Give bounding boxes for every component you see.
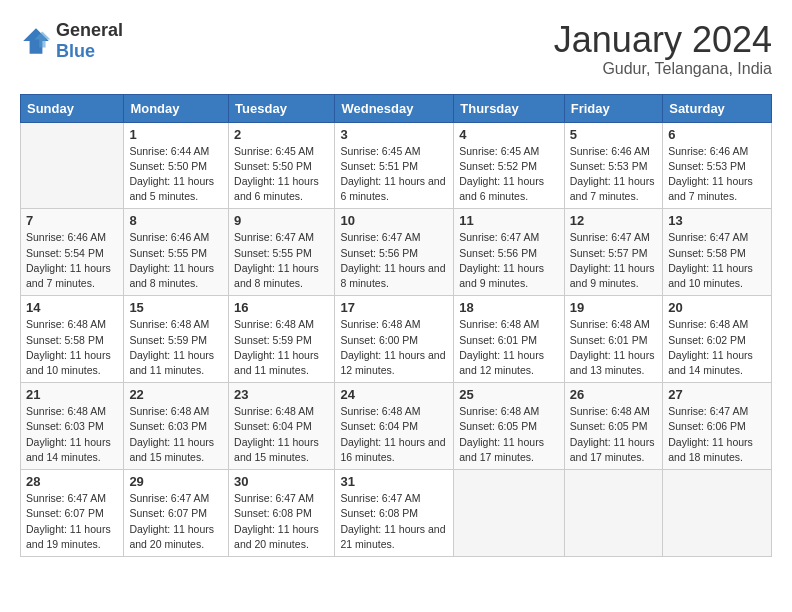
calendar-table: SundayMondayTuesdayWednesdayThursdayFrid…	[20, 94, 772, 557]
logo-blue: Blue	[56, 41, 95, 61]
calendar-cell: 7 Sunrise: 6:46 AMSunset: 5:54 PMDayligh…	[21, 209, 124, 296]
header-wednesday: Wednesday	[335, 94, 454, 122]
day-number: 22	[129, 387, 223, 402]
day-info: Sunrise: 6:46 AMSunset: 5:53 PMDaylight:…	[668, 145, 753, 203]
day-number: 11	[459, 213, 559, 228]
calendar-cell: 23 Sunrise: 6:48 AMSunset: 6:04 PMDaylig…	[229, 383, 335, 470]
header-saturday: Saturday	[663, 94, 772, 122]
day-number: 4	[459, 127, 559, 142]
day-number: 14	[26, 300, 118, 315]
calendar-cell: 11 Sunrise: 6:47 AMSunset: 5:56 PMDaylig…	[454, 209, 565, 296]
calendar-cell: 27 Sunrise: 6:47 AMSunset: 6:06 PMDaylig…	[663, 383, 772, 470]
week-row-0: 1 Sunrise: 6:44 AMSunset: 5:50 PMDayligh…	[21, 122, 772, 209]
day-info: Sunrise: 6:48 AMSunset: 6:05 PMDaylight:…	[570, 405, 655, 463]
calendar-title: January 2024	[554, 20, 772, 60]
calendar-cell: 25 Sunrise: 6:48 AMSunset: 6:05 PMDaylig…	[454, 383, 565, 470]
day-number: 24	[340, 387, 448, 402]
day-info: Sunrise: 6:48 AMSunset: 6:02 PMDaylight:…	[668, 318, 753, 376]
day-number: 29	[129, 474, 223, 489]
day-info: Sunrise: 6:47 AMSunset: 6:08 PMDaylight:…	[234, 492, 319, 550]
calendar-cell: 5 Sunrise: 6:46 AMSunset: 5:53 PMDayligh…	[564, 122, 662, 209]
calendar-cell: 26 Sunrise: 6:48 AMSunset: 6:05 PMDaylig…	[564, 383, 662, 470]
header-thursday: Thursday	[454, 94, 565, 122]
week-row-2: 14 Sunrise: 6:48 AMSunset: 5:58 PMDaylig…	[21, 296, 772, 383]
calendar-cell: 13 Sunrise: 6:47 AMSunset: 5:58 PMDaylig…	[663, 209, 772, 296]
day-info: Sunrise: 6:48 AMSunset: 6:01 PMDaylight:…	[570, 318, 655, 376]
calendar-cell	[21, 122, 124, 209]
calendar-cell: 21 Sunrise: 6:48 AMSunset: 6:03 PMDaylig…	[21, 383, 124, 470]
day-info: Sunrise: 6:45 AMSunset: 5:50 PMDaylight:…	[234, 145, 319, 203]
day-info: Sunrise: 6:47 AMSunset: 5:56 PMDaylight:…	[459, 231, 544, 289]
calendar-cell: 28 Sunrise: 6:47 AMSunset: 6:07 PMDaylig…	[21, 470, 124, 557]
day-info: Sunrise: 6:46 AMSunset: 5:53 PMDaylight:…	[570, 145, 655, 203]
day-number: 2	[234, 127, 329, 142]
calendar-cell: 29 Sunrise: 6:47 AMSunset: 6:07 PMDaylig…	[124, 470, 229, 557]
day-info: Sunrise: 6:46 AMSunset: 5:55 PMDaylight:…	[129, 231, 214, 289]
calendar-body: 1 Sunrise: 6:44 AMSunset: 5:50 PMDayligh…	[21, 122, 772, 556]
calendar-cell: 3 Sunrise: 6:45 AMSunset: 5:51 PMDayligh…	[335, 122, 454, 209]
day-number: 7	[26, 213, 118, 228]
calendar-cell: 16 Sunrise: 6:48 AMSunset: 5:59 PMDaylig…	[229, 296, 335, 383]
calendar-cell: 12 Sunrise: 6:47 AMSunset: 5:57 PMDaylig…	[564, 209, 662, 296]
day-info: Sunrise: 6:48 AMSunset: 5:59 PMDaylight:…	[234, 318, 319, 376]
logo-icon	[20, 25, 52, 57]
header-sunday: Sunday	[21, 94, 124, 122]
day-number: 13	[668, 213, 766, 228]
calendar-cell: 15 Sunrise: 6:48 AMSunset: 5:59 PMDaylig…	[124, 296, 229, 383]
calendar-subtitle: Gudur, Telangana, India	[554, 60, 772, 78]
calendar-cell: 4 Sunrise: 6:45 AMSunset: 5:52 PMDayligh…	[454, 122, 565, 209]
calendar-cell: 1 Sunrise: 6:44 AMSunset: 5:50 PMDayligh…	[124, 122, 229, 209]
calendar-cell	[454, 470, 565, 557]
day-info: Sunrise: 6:46 AMSunset: 5:54 PMDaylight:…	[26, 231, 111, 289]
page-header: General Blue January 2024 Gudur, Telanga…	[20, 20, 772, 78]
title-block: January 2024 Gudur, Telangana, India	[554, 20, 772, 78]
day-info: Sunrise: 6:48 AMSunset: 6:00 PMDaylight:…	[340, 318, 445, 376]
day-info: Sunrise: 6:48 AMSunset: 5:59 PMDaylight:…	[129, 318, 214, 376]
day-info: Sunrise: 6:45 AMSunset: 5:52 PMDaylight:…	[459, 145, 544, 203]
day-number: 27	[668, 387, 766, 402]
calendar-cell	[663, 470, 772, 557]
day-number: 26	[570, 387, 657, 402]
calendar-cell: 30 Sunrise: 6:47 AMSunset: 6:08 PMDaylig…	[229, 470, 335, 557]
day-number: 16	[234, 300, 329, 315]
calendar-cell: 14 Sunrise: 6:48 AMSunset: 5:58 PMDaylig…	[21, 296, 124, 383]
header-monday: Monday	[124, 94, 229, 122]
day-info: Sunrise: 6:48 AMSunset: 6:03 PMDaylight:…	[129, 405, 214, 463]
calendar-cell	[564, 470, 662, 557]
week-row-1: 7 Sunrise: 6:46 AMSunset: 5:54 PMDayligh…	[21, 209, 772, 296]
day-info: Sunrise: 6:48 AMSunset: 5:58 PMDaylight:…	[26, 318, 111, 376]
day-info: Sunrise: 6:47 AMSunset: 5:57 PMDaylight:…	[570, 231, 655, 289]
calendar-cell: 8 Sunrise: 6:46 AMSunset: 5:55 PMDayligh…	[124, 209, 229, 296]
calendar-cell: 10 Sunrise: 6:47 AMSunset: 5:56 PMDaylig…	[335, 209, 454, 296]
calendar-cell: 2 Sunrise: 6:45 AMSunset: 5:50 PMDayligh…	[229, 122, 335, 209]
calendar-cell: 31 Sunrise: 6:47 AMSunset: 6:08 PMDaylig…	[335, 470, 454, 557]
calendar-cell: 17 Sunrise: 6:48 AMSunset: 6:00 PMDaylig…	[335, 296, 454, 383]
calendar-cell: 20 Sunrise: 6:48 AMSunset: 6:02 PMDaylig…	[663, 296, 772, 383]
day-info: Sunrise: 6:48 AMSunset: 6:01 PMDaylight:…	[459, 318, 544, 376]
day-number: 15	[129, 300, 223, 315]
day-number: 8	[129, 213, 223, 228]
day-info: Sunrise: 6:47 AMSunset: 6:07 PMDaylight:…	[129, 492, 214, 550]
day-info: Sunrise: 6:48 AMSunset: 6:03 PMDaylight:…	[26, 405, 111, 463]
day-number: 18	[459, 300, 559, 315]
day-info: Sunrise: 6:48 AMSunset: 6:04 PMDaylight:…	[340, 405, 445, 463]
day-info: Sunrise: 6:48 AMSunset: 6:04 PMDaylight:…	[234, 405, 319, 463]
calendar-cell: 24 Sunrise: 6:48 AMSunset: 6:04 PMDaylig…	[335, 383, 454, 470]
day-info: Sunrise: 6:47 AMSunset: 5:58 PMDaylight:…	[668, 231, 753, 289]
day-info: Sunrise: 6:44 AMSunset: 5:50 PMDaylight:…	[129, 145, 214, 203]
day-info: Sunrise: 6:45 AMSunset: 5:51 PMDaylight:…	[340, 145, 445, 203]
day-info: Sunrise: 6:47 AMSunset: 5:56 PMDaylight:…	[340, 231, 445, 289]
day-number: 9	[234, 213, 329, 228]
day-info: Sunrise: 6:48 AMSunset: 6:05 PMDaylight:…	[459, 405, 544, 463]
day-number: 28	[26, 474, 118, 489]
day-number: 30	[234, 474, 329, 489]
header-friday: Friday	[564, 94, 662, 122]
day-number: 6	[668, 127, 766, 142]
header-tuesday: Tuesday	[229, 94, 335, 122]
day-number: 19	[570, 300, 657, 315]
week-row-4: 28 Sunrise: 6:47 AMSunset: 6:07 PMDaylig…	[21, 470, 772, 557]
day-number: 10	[340, 213, 448, 228]
day-info: Sunrise: 6:47 AMSunset: 6:08 PMDaylight:…	[340, 492, 445, 550]
calendar-header-row: SundayMondayTuesdayWednesdayThursdayFrid…	[21, 94, 772, 122]
calendar-cell: 6 Sunrise: 6:46 AMSunset: 5:53 PMDayligh…	[663, 122, 772, 209]
